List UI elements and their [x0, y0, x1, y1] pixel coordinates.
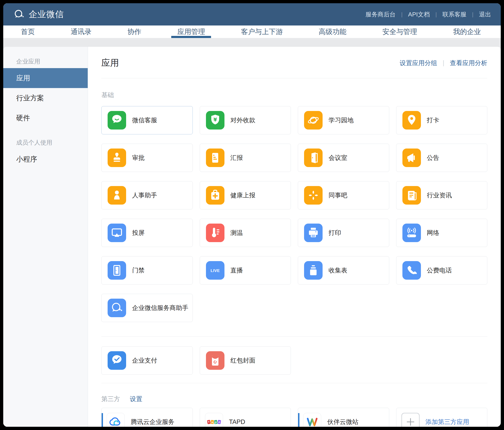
app-card-chat-smile[interactable]: 微信客服: [101, 106, 193, 134]
brand[interactable]: 企业微信: [13, 8, 64, 20]
app-label: 学习园地: [329, 116, 354, 124]
sidebar-item-hardware[interactable]: 硬件: [3, 108, 88, 128]
app-card-stamp[interactable]: 审批: [101, 144, 193, 172]
group-divider-1: [101, 337, 487, 337]
printer-icon: [304, 224, 323, 242]
app-card-thermometer[interactable]: 测温: [200, 219, 291, 247]
thermometer-icon: [206, 224, 225, 242]
shield-yen-icon: ¥: [206, 111, 225, 130]
app-label: 审批: [132, 154, 145, 162]
nav-tab-customers-upstream[interactable]: 客户与上下游: [241, 26, 283, 38]
nav-tab-contacts[interactable]: 通讯录: [71, 26, 91, 38]
app-card-pay-check[interactable]: 企业支付: [101, 346, 193, 375]
svg-text:¥: ¥: [213, 117, 217, 122]
app-label: 测温: [231, 229, 243, 237]
app-label: 伙伴云微站: [327, 418, 359, 426]
phone-icon: [402, 261, 421, 280]
nav-tab-advanced-features[interactable]: 高级功能: [319, 26, 346, 38]
top-link-provider-console[interactable]: 服务商后台: [360, 10, 401, 19]
app-card-report-doc[interactable]: 汇报: [200, 144, 291, 172]
app-window: 企业微信 服务商后台|API文档|联系客服|退出 首页通讯录协作应用管理客户与上…: [3, 3, 501, 427]
app-card-door-open[interactable]: 会议室: [298, 144, 389, 172]
app-label: 网络: [427, 229, 440, 237]
app-label: 打卡: [427, 116, 440, 124]
top-link-api-docs[interactable]: API文档: [403, 10, 435, 19]
app-card-collect-box[interactable]: 收集表: [298, 256, 389, 284]
app-card-location-pin[interactable]: 打卡: [396, 106, 487, 134]
app-card-live-badge[interactable]: LIVE直播: [200, 256, 291, 284]
third-party-card-tencent-cloud[interactable]: 腾讯云企业服务: [101, 408, 193, 427]
app-card-pinwheel[interactable]: 同事吧: [298, 181, 389, 209]
pinwheel-icon: [304, 186, 323, 205]
top-link-logout[interactable]: 退出: [473, 10, 491, 19]
wecom-logo-icon: [13, 8, 25, 20]
brand-name: 企业微信: [29, 9, 64, 20]
add-third-party-label: 添加第三方应用: [425, 418, 469, 426]
app-label: 行业资讯: [427, 191, 452, 199]
sidebar-item-apps[interactable]: 应用: [3, 68, 88, 88]
nav-tab-home[interactable]: 首页: [21, 26, 35, 38]
app-label: 红包封面: [231, 356, 255, 365]
nav-tab-collaboration[interactable]: 协作: [127, 26, 141, 38]
app-card-medkit[interactable]: 健康上报: [200, 181, 291, 209]
medkit-icon: [206, 186, 225, 205]
sidebar: 企业应用应用行业方案硬件成员个人使用小程序: [3, 47, 88, 427]
third-party-card-tapd[interactable]: TapdTAPD: [200, 408, 291, 427]
app-card-person[interactable]: 人事助手: [101, 181, 193, 209]
pay-check-icon: [108, 351, 126, 370]
content-card: 企业应用应用行业方案硬件成员个人使用小程序 应用 设置应用分组 | 查看应用分析…: [3, 47, 501, 427]
third-party-settings-link[interactable]: 设置: [130, 395, 142, 403]
app-label: 人事助手: [132, 191, 157, 199]
app-card-news[interactable]: 行业资讯: [396, 181, 487, 209]
nav-tab-app-management[interactable]: 应用管理: [177, 26, 205, 38]
stamp-icon: [108, 149, 126, 167]
sidebar-item-industry-solutions[interactable]: 行业方案: [3, 88, 88, 108]
new-indicator-stripe: [102, 413, 103, 427]
view-app-analytics-link[interactable]: 查看应用分析: [450, 59, 487, 67]
app-card-megaphone[interactable]: 公告: [396, 144, 487, 172]
nav-tab-my-company[interactable]: 我的企业: [453, 26, 481, 38]
news-icon: [402, 186, 421, 205]
set-app-groups-link[interactable]: 设置应用分组: [400, 59, 437, 67]
megaphone-icon: [402, 149, 421, 167]
app-label: 公告: [427, 154, 440, 162]
base-section-label: 基础: [101, 91, 487, 99]
app-card-wecom-logo[interactable]: 企业微信服务商助手: [101, 294, 193, 322]
app-card-planet[interactable]: 学习园地: [298, 106, 389, 134]
app-card-router[interactable]: 网络: [396, 219, 487, 247]
app-label: 企业微信服务商助手: [132, 304, 188, 312]
app-card-red-packet[interactable]: 红包封面: [200, 346, 291, 375]
screen-cast-icon: [108, 224, 126, 242]
app-card-phone[interactable]: 公费电话: [396, 256, 487, 284]
third-party-card-huobanyun-w[interactable]: 伙伴云微站: [298, 408, 389, 427]
app-card-screen-cast[interactable]: 投屏: [101, 219, 193, 247]
nav-tab-security-management[interactable]: 安全与管理: [383, 26, 417, 38]
app-label: 公费电话: [427, 266, 452, 275]
app-label: 打印: [329, 229, 341, 237]
app-label: 健康上报: [231, 191, 255, 199]
app-label: 门禁: [132, 266, 145, 275]
sidebar-group-header: 企业应用: [3, 55, 88, 68]
third-party-header: 第三方 设置: [101, 395, 487, 403]
sidebar-item-mini-programs[interactable]: 小程序: [3, 149, 88, 169]
app-card-shield-yen[interactable]: ¥对外收款: [200, 106, 291, 134]
app-label: TAPD: [229, 418, 245, 426]
top-links: 服务商后台|API文档|联系客服|退出: [360, 10, 491, 19]
add-third-party-app-button[interactable]: 添加第三方应用: [396, 408, 487, 427]
planet-icon: [304, 111, 323, 130]
tencent-cloud-logo-icon: [107, 413, 125, 427]
tapd-letter-tile: d: [217, 420, 221, 424]
door-access-icon: [108, 261, 126, 280]
app-card-printer[interactable]: 打印: [298, 219, 389, 247]
sidebar-group: 成员个人使用小程序: [3, 136, 88, 169]
chat-smile-icon: [108, 111, 126, 130]
top-link-contact-support[interactable]: 联系客服: [437, 10, 472, 19]
app-card-door-access[interactable]: 门禁: [101, 256, 193, 284]
title-actions: 设置应用分组 | 查看应用分析: [400, 59, 487, 67]
report-doc-icon: [206, 149, 225, 167]
tapd-letter-tile: a: [211, 420, 214, 424]
app-label: 会议室: [329, 154, 347, 162]
app-label: 同事吧: [329, 191, 347, 199]
tapd-letter-tile: p: [214, 420, 217, 424]
app-label: 汇报: [231, 154, 243, 162]
